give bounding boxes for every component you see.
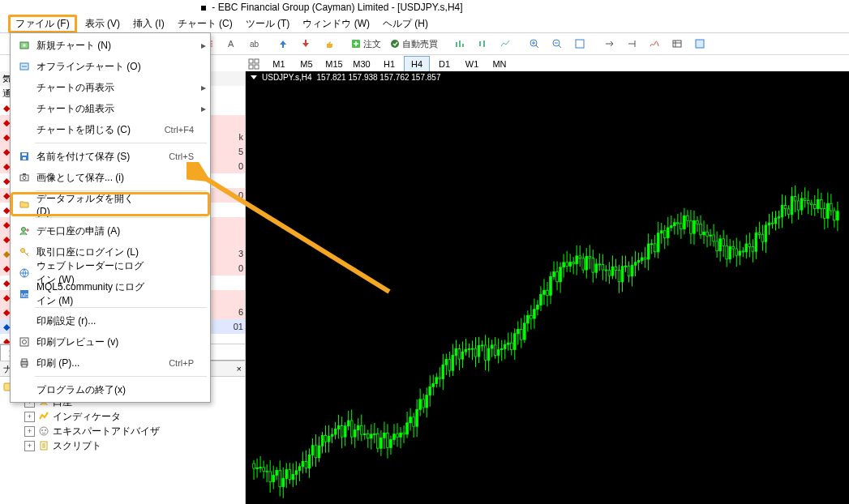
menu-item-print[interactable]: 印刷 (P)...Ctrl+P [12,352,208,374]
menu-item-save_img[interactable]: 画像として保存... (i) [12,167,208,188]
svg-rect-368 [813,205,816,209]
svg-rect-76 [337,426,340,429]
menu-view[interactable]: 表示 (V) [80,15,125,32]
expand-icon[interactable]: + [24,426,35,437]
menu-item-new_chart[interactable]: 新規チャート (N)▸ [12,35,208,56]
timeframe-m5[interactable]: M5 [294,56,319,72]
timeframe-m1[interactable]: M1 [266,56,292,72]
toolbar-new-order-label: 注文 [363,38,381,50]
svg-rect-110 [393,434,396,440]
menu-item-print_setup[interactable]: 印刷設定 (r)... [12,310,208,331]
timeframe-h1[interactable]: H1 [376,56,402,72]
arrow-down-icon[interactable] [295,34,316,53]
chart-canvas[interactable] [246,83,849,504]
svg-rect-312 [723,239,725,246]
thumbs-icon[interactable] [318,34,339,53]
svg-rect-166 [484,345,487,361]
scroll-icon[interactable] [598,34,620,53]
menu-file[interactable]: ファイル (F) [8,15,77,33]
menu-chart[interactable]: チャート (C) [173,15,238,32]
menu-item-label: チャートの再表示 [33,81,148,95]
svg-rect-314 [726,246,728,259]
timeframe-mn[interactable]: MN [487,56,512,72]
svg-rect-264 [644,258,646,259]
menu-item-reopen[interactable]: チャートの再表示▸ [12,77,208,98]
indicators-icon[interactable] [644,34,665,53]
svg-rect-387 [23,157,26,160]
zoom-all-icon[interactable] [569,34,590,53]
timeframe-m15[interactable]: M15 [321,56,347,72]
svg-rect-148 [455,348,457,355]
nav-item-script[interactable]: +スクリプト [3,438,242,453]
chart-symbol: USDJPY.s,H4 [262,73,312,82]
svg-rect-174 [497,350,500,356]
svg-rect-236 [598,264,601,265]
svg-rect-200 [540,294,542,305]
svg-rect-62 [315,446,317,458]
timeframe-h4[interactable]: H4 [404,56,430,72]
menu-insert[interactable]: 挿入 (I) [128,15,169,32]
svg-rect-350 [784,205,787,208]
menu-help[interactable]: ヘルプ (H) [378,15,433,32]
menu-item-mql5[interactable]: M5MQL5.community にログイン (M) [12,284,208,305]
svg-rect-6 [479,41,481,46]
zoom-out-icon[interactable] [547,34,568,53]
bar-chart-icon[interactable] [449,34,470,53]
menu-window[interactable]: ウィンドウ (W) [298,15,375,32]
svg-rect-194 [530,315,533,318]
navigator-close-icon[interactable]: × [237,364,242,374]
svg-rect-42 [282,478,285,486]
toolbar-new-order[interactable]: 注文 [347,35,384,53]
periods-icon[interactable] [667,34,688,53]
svg-rect-286 [680,224,683,229]
chart-header: USDJPY.s,H4 157.821 157.938 157.762 157.… [246,71,849,83]
svg-rect-11 [673,41,681,47]
svg-rect-28 [259,468,262,468]
menu-tools[interactable]: ツール (T) [241,15,295,32]
svg-rect-136 [435,378,438,384]
menu-item-demo[interactable]: デモ口座の申請 (A) [12,220,208,241]
line-chart-icon[interactable] [495,34,516,53]
menu-item-exit[interactable]: プログラムの終了(x) [12,379,208,400]
arrow-up-icon[interactable] [272,34,294,53]
svg-rect-180 [507,343,509,344]
svg-rect-260 [637,260,640,262]
zoom-in-icon[interactable] [524,34,545,53]
svg-rect-154 [465,349,467,352]
svg-rect-294 [693,220,696,233]
toolbar-auto-trade[interactable]: 自動売買 [386,35,441,53]
templates-icon[interactable] [689,34,710,53]
timeframe-d1[interactable]: D1 [431,56,457,72]
svg-rect-304 [710,235,712,236]
svg-rect-220 [572,262,575,263]
printer-icon [15,355,33,371]
svg-rect-328 [748,244,751,246]
nav-item-ea[interactable]: +エキスパートアドバイザ [3,424,242,438]
svg-rect-84 [350,421,353,437]
expand-icon[interactable]: + [24,412,35,422]
label-icon[interactable]: ab [243,34,264,53]
menu-item-profiles[interactable]: チャートの組表示▸ [12,98,208,119]
menu-item-close[interactable]: チャートを閉じる (C)Ctrl+F4 [12,119,208,140]
globe-icon [15,265,33,281]
shift-icon[interactable] [621,34,642,53]
svg-rect-106 [387,433,389,447]
svg-point-391 [22,228,26,232]
menu-item-label: オフラインチャート (O) [33,60,148,74]
svg-rect-15 [249,65,253,69]
timeframe-m30[interactable]: M30 [349,56,375,72]
text-icon[interactable]: A [221,34,242,53]
menu-item-save[interactable]: 名前を付けて保存 (S)Ctrl+S [12,146,208,167]
svg-rect-24 [253,463,255,468]
candle-chart-icon[interactable] [472,34,493,53]
nav-item-indicator[interactable]: +インディケータ [3,409,242,424]
expand-icon[interactable]: + [24,441,35,451]
svg-point-392 [21,249,25,253]
menu-item-print_preview[interactable]: 印刷プレビュー (v) [12,331,208,352]
menu-item-offline[interactable]: オフラインチャート (O) [12,56,208,77]
svg-rect-228 [585,256,588,270]
menu-item-data_folder[interactable]: データフォルダを開く (D) [12,194,208,215]
svg-rect-364 [807,200,809,203]
timeframe-w1[interactable]: W1 [459,56,485,72]
chart-menu-icon[interactable] [251,75,257,79]
